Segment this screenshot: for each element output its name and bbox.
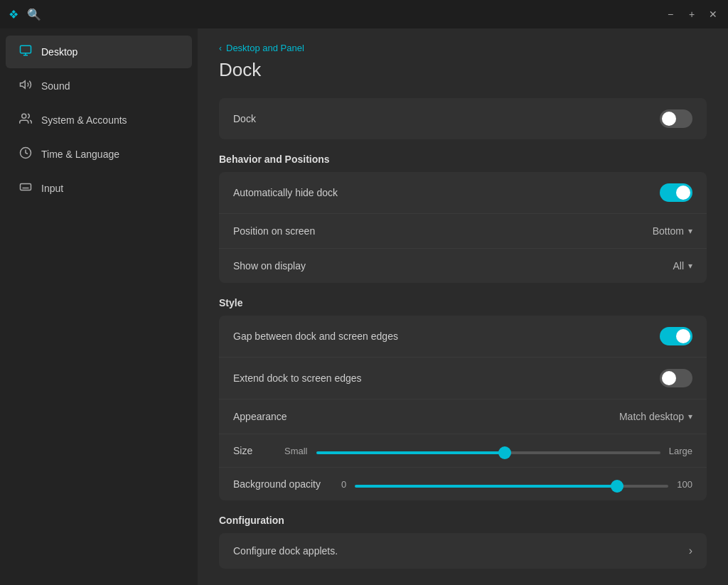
auto-hide-slider — [660, 183, 692, 202]
dock-toggle-card: Dock — [219, 98, 707, 139]
extend-label: Extend dock to screen edges — [233, 372, 362, 384]
size-min-label: Small — [284, 446, 308, 456]
config-section-title: Configuration — [219, 515, 707, 526]
behavior-card: Automatically hide dock Position on scre… — [219, 172, 707, 283]
appearance-dropdown[interactable]: Match desktop ▾ — [619, 411, 692, 422]
size-row: Size Small Large — [219, 434, 707, 468]
opacity-slider[interactable] — [355, 485, 668, 488]
extend-toggle-slider — [660, 369, 692, 387]
opacity-max-label: 100 — [677, 479, 692, 490]
gap-label: Gap between dock and screen edges — [233, 331, 398, 342]
opacity-min-label: 0 — [341, 479, 346, 490]
show-display-row[interactable]: Show on display All ▾ — [219, 249, 707, 283]
sidebar: Desktop Sound System & Accounts — [0, 28, 198, 585]
page-title: Dock — [219, 59, 707, 81]
desktop-icon — [18, 44, 33, 60]
size-label: Size — [233, 445, 276, 456]
window-controls: − + ✕ — [664, 8, 719, 21]
content-area: ‹ Desktop and Panel Dock Dock Behavior a… — [198, 28, 728, 585]
sidebar-item-sound-label: Sound — [41, 80, 70, 92]
appearance-value: Match desktop — [619, 411, 684, 422]
show-display-dropdown-arrow-icon: ▾ — [688, 261, 692, 271]
search-icon[interactable]: 🔍 — [27, 8, 41, 21]
position-dropdown-arrow-icon: ▾ — [688, 226, 692, 236]
time-language-icon — [18, 146, 33, 162]
appearance-dropdown-arrow-icon: ▾ — [688, 412, 692, 422]
auto-hide-toggle[interactable] — [660, 183, 692, 202]
sidebar-item-input[interactable]: Input — [6, 172, 192, 205]
close-button[interactable]: ✕ — [707, 8, 719, 21]
extend-row: Extend dock to screen edges — [219, 358, 707, 399]
position-row[interactable]: Position on screen Bottom ▾ — [219, 214, 707, 249]
breadcrumb-label: Desktop and Panel — [226, 43, 304, 53]
maximize-button[interactable]: + — [685, 8, 698, 21]
svg-rect-6 — [21, 184, 31, 190]
configure-row[interactable]: Configure dock applets. › — [219, 533, 707, 569]
appearance-row[interactable]: Appearance Match desktop ▾ — [219, 399, 707, 434]
sidebar-item-system-accounts-label: System & Accounts — [41, 114, 127, 126]
auto-hide-row: Automatically hide dock — [219, 172, 707, 214]
show-display-label: Show on display — [233, 260, 306, 272]
configure-chevron-right-icon: › — [689, 544, 692, 557]
gap-toggle-slider — [660, 327, 692, 345]
style-section-title: Style — [219, 297, 707, 308]
svg-marker-3 — [21, 81, 26, 89]
dock-toggle-label: Dock — [233, 113, 256, 124]
sidebar-item-desktop[interactable]: Desktop — [6, 36, 192, 68]
minimize-button[interactable]: − — [664, 8, 677, 21]
svg-rect-0 — [21, 45, 31, 53]
opacity-label: Background opacity — [233, 478, 333, 490]
auto-hide-label: Automatically hide dock — [233, 187, 338, 198]
sidebar-item-desktop-label: Desktop — [41, 46, 77, 58]
sidebar-item-sound[interactable]: Sound — [6, 70, 192, 102]
system-accounts-icon — [18, 112, 33, 128]
sidebar-item-input-label: Input — [41, 183, 63, 194]
show-display-value: All — [673, 260, 684, 272]
opacity-slider-row: 0 100 — [341, 478, 692, 490]
position-value: Bottom — [653, 225, 684, 237]
behavior-section-title: Behavior and Positions — [219, 154, 707, 165]
position-dropdown[interactable]: Bottom ▾ — [653, 225, 692, 237]
show-display-dropdown[interactable]: All ▾ — [673, 260, 692, 272]
input-icon — [18, 181, 33, 196]
sound-icon — [18, 78, 33, 94]
appearance-label: Appearance — [233, 411, 287, 422]
app-icon: ❖ — [9, 8, 18, 21]
dock-toggle-slider — [660, 109, 692, 128]
sidebar-item-time-language[interactable]: Time & Language — [6, 138, 192, 171]
size-slider-track — [316, 444, 660, 457]
position-label: Position on screen — [233, 225, 315, 237]
main-layout: Desktop Sound System & Accounts — [0, 28, 728, 585]
extend-toggle[interactable] — [660, 369, 692, 387]
breadcrumb[interactable]: ‹ Desktop and Panel — [219, 43, 707, 53]
configure-label: Configure dock applets. — [233, 545, 338, 557]
breadcrumb-arrow-icon: ‹ — [219, 43, 222, 53]
dock-toggle-row: Dock — [219, 98, 707, 139]
gap-row: Gap between dock and screen edges — [219, 316, 707, 358]
size-slider[interactable] — [316, 451, 660, 454]
size-slider-row: Small Large — [284, 444, 692, 457]
sidebar-item-time-language-label: Time & Language — [41, 149, 119, 160]
size-max-label: Large — [669, 446, 692, 456]
opacity-slider-track — [355, 478, 668, 490]
sidebar-item-system-accounts[interactable]: System & Accounts — [6, 104, 192, 136]
style-card: Gap between dock and screen edges Extend… — [219, 316, 707, 500]
config-card: Configure dock applets. › — [219, 533, 707, 569]
titlebar: ❖ 🔍 − + ✕ — [0, 0, 728, 28]
gap-toggle[interactable] — [660, 327, 692, 345]
dock-toggle[interactable] — [660, 109, 692, 128]
titlebar-left: ❖ 🔍 — [9, 8, 41, 21]
opacity-row: Background opacity 0 100 — [219, 468, 707, 500]
svg-point-4 — [22, 114, 26, 118]
